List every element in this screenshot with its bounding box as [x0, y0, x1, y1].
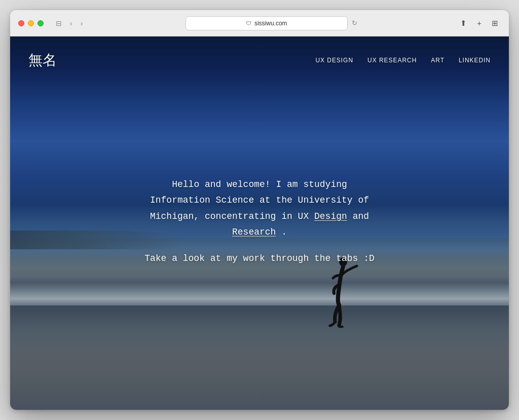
website-content: 無名 UX DESIGN UX RESEARCH ART LINKEDIN He… — [10, 36, 509, 410]
person-silhouette — [324, 257, 359, 328]
traffic-lights — [18, 20, 44, 26]
nav-links: UX DESIGN UX RESEARCH ART LINKEDIN — [315, 57, 491, 64]
browser-window: ⊟ ‹ › 🛡 sissiwu.com ↻ ⬆ + ⊞ — [10, 10, 509, 410]
minimize-button[interactable] — [28, 20, 34, 26]
forward-button[interactable]: › — [79, 18, 85, 28]
hero-tagline: Take a look at my work through the tabs … — [128, 250, 391, 266]
hero-text: Hello and welcome! I am studying Informa… — [128, 176, 391, 266]
site-nav: 無名 UX DESIGN UX RESEARCH ART LINKEDIN — [10, 36, 509, 80]
share-button[interactable]: ⬆ — [458, 17, 469, 29]
new-tab-button[interactable]: + — [474, 17, 484, 29]
browser-navigation: ⊟ ‹ › — [54, 18, 85, 28]
nav-linkedin[interactable]: LINKEDIN — [459, 57, 491, 64]
security-icon: 🛡 — [246, 20, 251, 26]
url-text: sissiwu.com — [254, 20, 287, 27]
browser-chrome: ⊟ ‹ › 🛡 sissiwu.com ↻ ⬆ + ⊞ — [10, 10, 509, 36]
tabs-grid-button[interactable]: ⊞ — [489, 17, 501, 29]
maximize-button[interactable] — [38, 20, 44, 26]
hero-intro: Hello and welcome! I am studying Informa… — [128, 176, 391, 240]
nav-ux-research[interactable]: UX RESEARCH — [367, 57, 417, 64]
back-button[interactable]: ‹ — [68, 18, 75, 28]
reload-button[interactable]: ↻ — [352, 19, 357, 27]
address-bar-container: 🛡 sissiwu.com ↻ — [91, 16, 452, 30]
sidebar-toggle-button[interactable]: ⊟ — [54, 18, 64, 28]
nav-art[interactable]: ART — [431, 57, 444, 64]
design-link[interactable]: Design — [314, 211, 347, 221]
site-logo[interactable]: 無名 — [28, 51, 57, 70]
address-bar[interactable]: 🛡 sissiwu.com — [186, 16, 348, 30]
research-link[interactable]: Research — [232, 227, 276, 237]
close-button[interactable] — [18, 20, 24, 26]
nav-ux-design[interactable]: UX DESIGN — [315, 57, 353, 64]
browser-actions: ⬆ + ⊞ — [458, 17, 501, 29]
